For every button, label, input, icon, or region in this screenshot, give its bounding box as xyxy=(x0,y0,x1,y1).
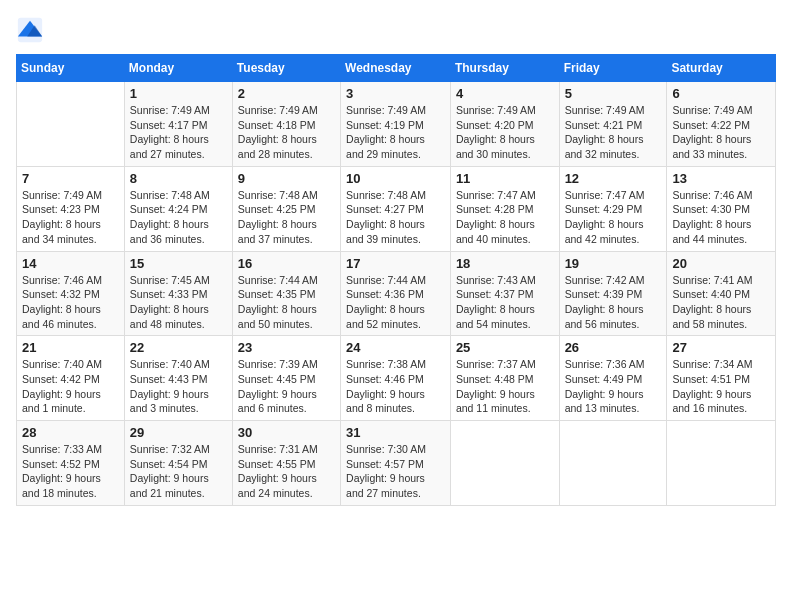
logo-icon xyxy=(16,16,44,44)
day-info: Sunrise: 7:49 AMSunset: 4:18 PMDaylight:… xyxy=(238,103,335,162)
day-info: Sunrise: 7:48 AMSunset: 4:24 PMDaylight:… xyxy=(130,188,227,247)
day-info: Sunrise: 7:37 AMSunset: 4:48 PMDaylight:… xyxy=(456,357,554,416)
day-number: 18 xyxy=(456,256,554,271)
day-cell: 21Sunrise: 7:40 AMSunset: 4:42 PMDayligh… xyxy=(17,336,125,421)
day-number: 21 xyxy=(22,340,119,355)
day-info: Sunrise: 7:45 AMSunset: 4:33 PMDaylight:… xyxy=(130,273,227,332)
day-number: 30 xyxy=(238,425,335,440)
day-cell: 16Sunrise: 7:44 AMSunset: 4:35 PMDayligh… xyxy=(232,251,340,336)
day-number: 29 xyxy=(130,425,227,440)
column-header-sunday: Sunday xyxy=(17,55,125,82)
day-number: 13 xyxy=(672,171,770,186)
day-cell: 11Sunrise: 7:47 AMSunset: 4:28 PMDayligh… xyxy=(450,166,559,251)
day-info: Sunrise: 7:49 AMSunset: 4:19 PMDaylight:… xyxy=(346,103,445,162)
day-cell: 19Sunrise: 7:42 AMSunset: 4:39 PMDayligh… xyxy=(559,251,667,336)
week-row-5: 28Sunrise: 7:33 AMSunset: 4:52 PMDayligh… xyxy=(17,421,776,506)
column-header-friday: Friday xyxy=(559,55,667,82)
day-info: Sunrise: 7:39 AMSunset: 4:45 PMDaylight:… xyxy=(238,357,335,416)
day-number: 27 xyxy=(672,340,770,355)
day-number: 25 xyxy=(456,340,554,355)
calendar-table: SundayMondayTuesdayWednesdayThursdayFrid… xyxy=(16,54,776,506)
day-number: 5 xyxy=(565,86,662,101)
day-info: Sunrise: 7:46 AMSunset: 4:30 PMDaylight:… xyxy=(672,188,770,247)
day-number: 19 xyxy=(565,256,662,271)
day-number: 10 xyxy=(346,171,445,186)
day-info: Sunrise: 7:31 AMSunset: 4:55 PMDaylight:… xyxy=(238,442,335,501)
day-number: 14 xyxy=(22,256,119,271)
main-container: SundayMondayTuesdayWednesdayThursdayFrid… xyxy=(0,0,792,514)
day-info: Sunrise: 7:36 AMSunset: 4:49 PMDaylight:… xyxy=(565,357,662,416)
column-header-wednesday: Wednesday xyxy=(341,55,451,82)
day-info: Sunrise: 7:47 AMSunset: 4:28 PMDaylight:… xyxy=(456,188,554,247)
day-number: 8 xyxy=(130,171,227,186)
day-cell xyxy=(559,421,667,506)
day-number: 3 xyxy=(346,86,445,101)
day-number: 22 xyxy=(130,340,227,355)
day-cell: 2Sunrise: 7:49 AMSunset: 4:18 PMDaylight… xyxy=(232,82,340,167)
day-info: Sunrise: 7:49 AMSunset: 4:17 PMDaylight:… xyxy=(130,103,227,162)
day-cell: 12Sunrise: 7:47 AMSunset: 4:29 PMDayligh… xyxy=(559,166,667,251)
day-number: 17 xyxy=(346,256,445,271)
day-cell: 22Sunrise: 7:40 AMSunset: 4:43 PMDayligh… xyxy=(124,336,232,421)
column-header-saturday: Saturday xyxy=(667,55,776,82)
day-cell xyxy=(17,82,125,167)
day-number: 23 xyxy=(238,340,335,355)
column-header-tuesday: Tuesday xyxy=(232,55,340,82)
day-number: 4 xyxy=(456,86,554,101)
day-cell: 30Sunrise: 7:31 AMSunset: 4:55 PMDayligh… xyxy=(232,421,340,506)
day-cell: 13Sunrise: 7:46 AMSunset: 4:30 PMDayligh… xyxy=(667,166,776,251)
column-header-monday: Monday xyxy=(124,55,232,82)
day-info: Sunrise: 7:41 AMSunset: 4:40 PMDaylight:… xyxy=(672,273,770,332)
week-row-4: 21Sunrise: 7:40 AMSunset: 4:42 PMDayligh… xyxy=(17,336,776,421)
week-row-1: 1Sunrise: 7:49 AMSunset: 4:17 PMDaylight… xyxy=(17,82,776,167)
day-cell: 27Sunrise: 7:34 AMSunset: 4:51 PMDayligh… xyxy=(667,336,776,421)
day-cell: 3Sunrise: 7:49 AMSunset: 4:19 PMDaylight… xyxy=(341,82,451,167)
header-row: SundayMondayTuesdayWednesdayThursdayFrid… xyxy=(17,55,776,82)
day-cell: 10Sunrise: 7:48 AMSunset: 4:27 PMDayligh… xyxy=(341,166,451,251)
day-cell: 25Sunrise: 7:37 AMSunset: 4:48 PMDayligh… xyxy=(450,336,559,421)
day-cell: 15Sunrise: 7:45 AMSunset: 4:33 PMDayligh… xyxy=(124,251,232,336)
day-cell: 17Sunrise: 7:44 AMSunset: 4:36 PMDayligh… xyxy=(341,251,451,336)
day-number: 24 xyxy=(346,340,445,355)
day-cell: 28Sunrise: 7:33 AMSunset: 4:52 PMDayligh… xyxy=(17,421,125,506)
logo xyxy=(16,16,48,44)
day-cell: 18Sunrise: 7:43 AMSunset: 4:37 PMDayligh… xyxy=(450,251,559,336)
week-row-2: 7Sunrise: 7:49 AMSunset: 4:23 PMDaylight… xyxy=(17,166,776,251)
day-number: 16 xyxy=(238,256,335,271)
day-info: Sunrise: 7:48 AMSunset: 4:27 PMDaylight:… xyxy=(346,188,445,247)
day-number: 11 xyxy=(456,171,554,186)
day-info: Sunrise: 7:44 AMSunset: 4:36 PMDaylight:… xyxy=(346,273,445,332)
day-info: Sunrise: 7:46 AMSunset: 4:32 PMDaylight:… xyxy=(22,273,119,332)
day-info: Sunrise: 7:34 AMSunset: 4:51 PMDaylight:… xyxy=(672,357,770,416)
day-number: 28 xyxy=(22,425,119,440)
day-number: 9 xyxy=(238,171,335,186)
day-cell: 24Sunrise: 7:38 AMSunset: 4:46 PMDayligh… xyxy=(341,336,451,421)
day-cell: 31Sunrise: 7:30 AMSunset: 4:57 PMDayligh… xyxy=(341,421,451,506)
day-number: 7 xyxy=(22,171,119,186)
day-number: 31 xyxy=(346,425,445,440)
day-cell: 5Sunrise: 7:49 AMSunset: 4:21 PMDaylight… xyxy=(559,82,667,167)
day-info: Sunrise: 7:49 AMSunset: 4:23 PMDaylight:… xyxy=(22,188,119,247)
day-info: Sunrise: 7:44 AMSunset: 4:35 PMDaylight:… xyxy=(238,273,335,332)
day-info: Sunrise: 7:43 AMSunset: 4:37 PMDaylight:… xyxy=(456,273,554,332)
day-cell: 9Sunrise: 7:48 AMSunset: 4:25 PMDaylight… xyxy=(232,166,340,251)
day-cell: 6Sunrise: 7:49 AMSunset: 4:22 PMDaylight… xyxy=(667,82,776,167)
day-number: 15 xyxy=(130,256,227,271)
day-info: Sunrise: 7:30 AMSunset: 4:57 PMDaylight:… xyxy=(346,442,445,501)
day-cell: 23Sunrise: 7:39 AMSunset: 4:45 PMDayligh… xyxy=(232,336,340,421)
day-cell: 8Sunrise: 7:48 AMSunset: 4:24 PMDaylight… xyxy=(124,166,232,251)
day-number: 20 xyxy=(672,256,770,271)
day-cell: 7Sunrise: 7:49 AMSunset: 4:23 PMDaylight… xyxy=(17,166,125,251)
day-info: Sunrise: 7:49 AMSunset: 4:22 PMDaylight:… xyxy=(672,103,770,162)
day-number: 1 xyxy=(130,86,227,101)
day-cell: 14Sunrise: 7:46 AMSunset: 4:32 PMDayligh… xyxy=(17,251,125,336)
column-header-thursday: Thursday xyxy=(450,55,559,82)
day-info: Sunrise: 7:40 AMSunset: 4:43 PMDaylight:… xyxy=(130,357,227,416)
day-info: Sunrise: 7:48 AMSunset: 4:25 PMDaylight:… xyxy=(238,188,335,247)
day-info: Sunrise: 7:47 AMSunset: 4:29 PMDaylight:… xyxy=(565,188,662,247)
day-info: Sunrise: 7:33 AMSunset: 4:52 PMDaylight:… xyxy=(22,442,119,501)
day-info: Sunrise: 7:42 AMSunset: 4:39 PMDaylight:… xyxy=(565,273,662,332)
day-info: Sunrise: 7:49 AMSunset: 4:20 PMDaylight:… xyxy=(456,103,554,162)
header xyxy=(16,16,776,44)
day-cell xyxy=(450,421,559,506)
